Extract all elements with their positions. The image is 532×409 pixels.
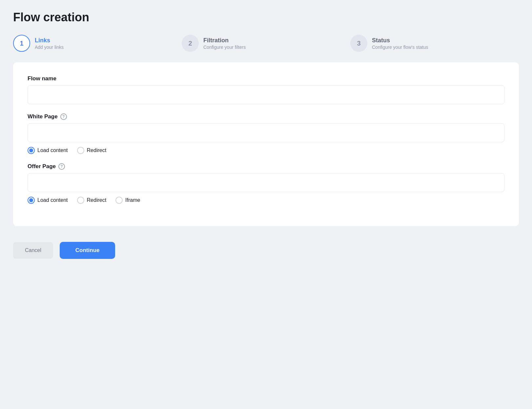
white-page-load-radio-inner — [29, 148, 33, 152]
stepper: 1 Links Add your links 2 Filtration Conf… — [13, 35, 519, 52]
step-2: 2 Filtration Configure your filters — [182, 35, 350, 52]
white-page-redirect-radio-outer — [77, 147, 84, 154]
step-1-label: Links — [35, 37, 64, 44]
step-2-desc: Configure your filters — [203, 45, 246, 50]
white-page-radio-group: Load content Redirect — [28, 147, 504, 154]
white-page-label: White Page ? — [28, 113, 504, 120]
flow-name-group: Flow name — [28, 75, 504, 104]
offer-page-load-radio-inner — [29, 198, 33, 202]
flow-name-input[interactable] — [28, 85, 504, 104]
offer-page-group: Offer Page ? Load content Redirect Ifram… — [28, 163, 504, 204]
step-1-info: Links Add your links — [35, 37, 64, 50]
continue-button[interactable]: Continue — [60, 242, 115, 259]
page-title: Flow creation — [13, 10, 519, 24]
step-3-info: Status Configure your flow's status — [372, 37, 428, 50]
white-page-redirect-label: Redirect — [87, 147, 107, 153]
step-2-circle: 2 — [182, 35, 199, 52]
offer-page-load-radio-outer — [28, 197, 35, 204]
step-3-circle: 3 — [350, 35, 367, 52]
step-2-info: Filtration Configure your filters — [203, 37, 246, 50]
step-3: 3 Status Configure your flow's status — [350, 35, 519, 52]
form-card: Flow name White Page ? Load content Redi… — [13, 62, 519, 226]
offer-page-redirect-label: Redirect — [87, 197, 107, 203]
offer-page-input[interactable] — [28, 173, 504, 192]
white-page-redirect-option[interactable]: Redirect — [77, 147, 107, 154]
step-2-label: Filtration — [203, 37, 246, 44]
step-1-desc: Add your links — [35, 45, 64, 50]
white-page-load-radio-outer — [28, 147, 35, 154]
white-page-group: White Page ? Load content Redirect — [28, 113, 504, 154]
step-1: 1 Links Add your links — [13, 35, 182, 52]
step-1-circle: 1 — [13, 35, 30, 52]
offer-page-label: Offer Page ? — [28, 163, 504, 170]
footer-actions: Cancel Continue — [13, 237, 519, 264]
white-page-load-label: Load content — [37, 147, 68, 153]
offer-page-iframe-radio-outer — [115, 197, 123, 204]
white-page-help-icon[interactable]: ? — [60, 113, 67, 120]
offer-page-help-icon[interactable]: ? — [58, 163, 65, 170]
offer-page-iframe-label: Iframe — [125, 197, 140, 203]
offer-page-redirect-radio-outer — [77, 197, 84, 204]
offer-page-radio-group: Load content Redirect Iframe — [28, 197, 504, 204]
offer-page-load-label: Load content — [37, 197, 68, 203]
offer-page-load-content-option[interactable]: Load content — [28, 197, 68, 204]
offer-page-iframe-option[interactable]: Iframe — [115, 197, 140, 204]
step-3-label: Status — [372, 37, 428, 44]
step-3-desc: Configure your flow's status — [372, 45, 428, 50]
offer-page-redirect-option[interactable]: Redirect — [77, 197, 107, 204]
flow-name-label: Flow name — [28, 75, 504, 82]
white-page-load-content-option[interactable]: Load content — [28, 147, 68, 154]
white-page-input[interactable] — [28, 123, 504, 142]
cancel-button[interactable]: Cancel — [13, 242, 53, 259]
